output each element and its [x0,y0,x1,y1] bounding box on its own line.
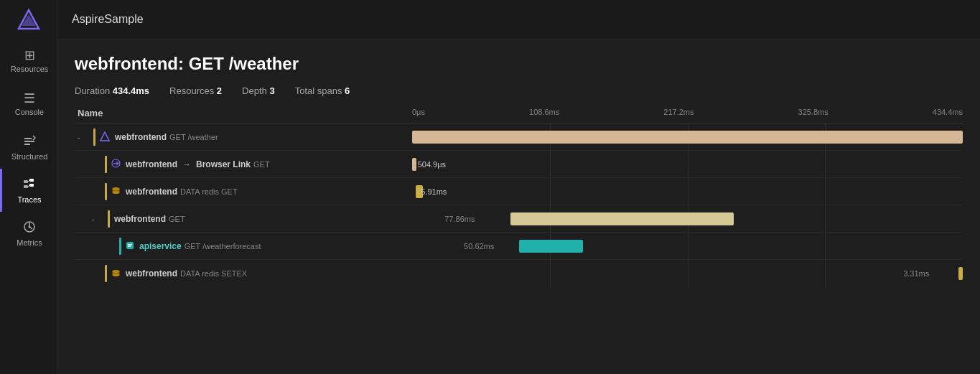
total-spans-value: 6 [345,85,350,96]
metrics-icon [23,220,36,235]
service-name: webfrontend [126,187,177,197]
span-label: 3.31ms [903,269,929,278]
svg-point-12 [29,225,31,228]
sidebar-item-metrics[interactable]: Metrics [0,212,57,255]
meta-bar: Duration 434.4ms Resources 2 Depth 3 Tot… [75,85,963,96]
table-row: -webfrontend GET /weather [75,123,963,151]
service-icon [126,241,134,251]
method-label: DATA redis GET [180,187,238,196]
grid-line [825,178,826,205]
row-timeline-cell: 504.9μs [412,151,963,177]
grid-line [825,205,826,232]
row-name-cell: webfrontend DATA redis GET [75,183,412,200]
service-icon [111,159,121,169]
resources-meta: Resources 2 [169,85,222,96]
sidebar-item-label: Console [15,108,44,116]
timeline-label-4: 434.4ms [933,108,963,118]
svg-rect-2 [24,138,32,139]
span-bar [519,240,583,253]
sidebar-item-label: Resources [11,65,49,73]
svg-rect-6 [29,179,34,182]
sidebar-item-resources[interactable]: ⊞ Resources [0,39,57,83]
pipe-bar [105,265,107,282]
table-row: -webfrontend GET77.86ms [75,205,963,233]
svg-line-10 [28,185,29,187]
service2-name: Browser Link [196,159,251,169]
app-name: AspireSample [72,13,144,26]
arrow-icon: → [182,159,191,169]
expand-button[interactable]: - [78,133,88,141]
resources-icon: ⊞ [24,49,35,62]
span-bar [958,267,963,280]
timeline-label-1: 108.6ms [529,108,559,118]
depth-value: 3 [269,85,274,96]
svg-line-9 [28,180,29,182]
service-name: apiservice [139,241,182,251]
grid-line [688,151,689,177]
method-label: GET /weatherforecast [185,242,261,251]
span-bar [412,131,963,144]
span-label: 77.86ms [444,215,475,223]
pipe-bar [105,183,107,200]
pipe-bar [105,156,107,173]
method-label: GET [169,215,185,223]
svg-rect-8 [24,185,28,188]
svg-point-18 [113,191,120,194]
svg-point-24 [113,274,120,276]
grid-line [825,151,826,177]
row-timeline-cell: 77.86ms [412,205,963,232]
structured-icon [23,134,36,149]
sidebar: ⊞ Resources ☰ Console Structured [0,0,57,374]
service-name: webfrontend [126,268,177,279]
sidebar-item-traces[interactable]: Traces [0,169,57,212]
svg-rect-4 [24,144,30,145]
expand-button[interactable]: - [92,215,102,223]
table-row: webfrontend DATA redis GET5.91ms [75,178,963,205]
method-label: GET [253,160,270,169]
service-name: webfrontend [115,132,167,142]
grid-line [550,151,551,177]
grid-line [688,260,689,287]
pipe-bar [119,238,121,255]
main-content: AspireSample webfrontend: GET /weather D… [57,0,980,374]
grid-line [688,233,689,259]
row-timeline-cell: 5.91ms [412,178,963,205]
row-name-cell: -webfrontend GET /weather [75,128,412,146]
grid-line [550,260,551,287]
grid-line [550,178,551,205]
grid-line [688,178,689,205]
svg-rect-19 [126,242,134,249]
col-name-header: Name [75,108,412,118]
service-icon [111,268,121,279]
svg-rect-5 [24,180,28,183]
timeline-labels: 0μs 108.6ms 217.2ms 325.8ms 434.4ms [412,108,963,118]
trace-table: Name 0μs 108.6ms 217.2ms 325.8ms 434.4ms… [75,108,963,365]
sidebar-item-console[interactable]: ☰ Console [0,83,57,126]
col-timeline-header: 0μs 108.6ms 217.2ms 325.8ms 434.4ms [412,108,963,118]
method-label: DATA redis SETEX [180,269,247,278]
timeline-label-0: 0μs [412,108,425,118]
grid-line [825,260,826,287]
pipe-bar [108,210,110,228]
method-label: GET /weather [169,133,218,141]
span-label: 50.62ms [464,242,494,251]
logo-area [0,0,57,39]
pipe-bar [93,128,95,146]
resources-value: 2 [217,85,222,96]
content-area: webfrontend: GET /weather Duration 434.4… [57,39,980,374]
console-icon: ☰ [24,92,35,105]
span-label: 504.9μs [418,160,446,169]
row-name-cell: webfrontend→Browser Link GET [75,156,412,173]
row-name-cell: apiservice GET /weatherforecast [75,238,412,255]
svg-rect-21 [128,246,131,247]
service-icon [100,131,110,143]
sidebar-item-structured[interactable]: Structured [0,126,57,169]
svg-rect-3 [24,141,34,142]
sidebar-item-label: Metrics [17,238,42,247]
table-row: webfrontend→Browser Link GET504.9μs [75,151,963,178]
svg-marker-13 [101,132,109,141]
svg-rect-20 [128,244,132,246]
timeline-label-2: 217.2ms [663,108,694,118]
depth-meta: Depth 3 [242,85,275,96]
trace-rows: -webfrontend GET /weatherwebfrontend→Bro… [75,123,963,365]
